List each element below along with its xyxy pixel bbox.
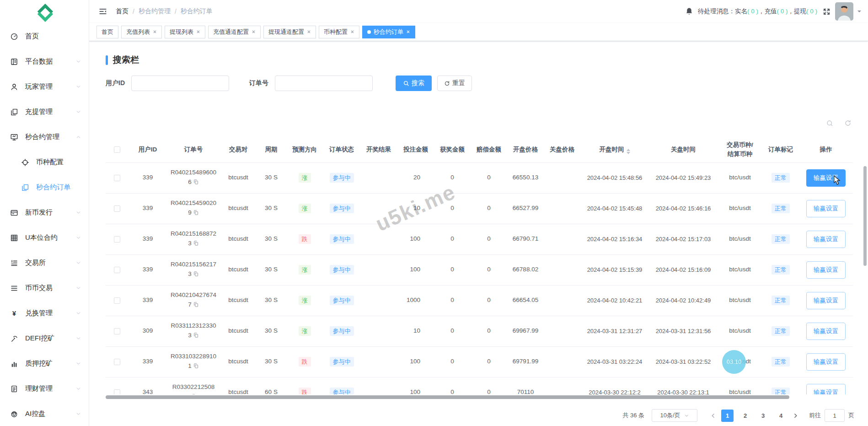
cell-result	[360, 254, 397, 285]
tab-close-icon[interactable]	[406, 30, 410, 34]
sidebar-item-coin-config[interactable]: 币种配置	[0, 150, 89, 175]
copy-icon[interactable]	[193, 209, 199, 218]
page-3[interactable]: 3	[757, 410, 769, 422]
cell-close-price	[544, 346, 580, 377]
sidebar-item-new-coin[interactable]: 新币发行	[0, 200, 89, 225]
cell-coin: btc/usdt	[718, 162, 762, 193]
dashboard-icon	[10, 32, 19, 41]
row-checkbox[interactable]	[114, 389, 120, 394]
page-1[interactable]: 1	[721, 410, 734, 422]
tab-close-icon[interactable]	[153, 30, 157, 34]
tab-close-icon[interactable]	[307, 30, 311, 34]
win-lose-settings-button[interactable]: 输赢设置	[806, 323, 846, 340]
vertical-scrollbar-thumb[interactable]	[863, 166, 867, 266]
column-header: 关盘时间	[649, 137, 718, 162]
copy-icon[interactable]	[193, 362, 199, 372]
prev-page-button[interactable]	[707, 413, 718, 419]
row-checkbox[interactable]	[114, 205, 120, 212]
chevron-down-icon	[75, 411, 81, 417]
reset-button[interactable]: 重置	[437, 75, 472, 91]
sort-carets-icon[interactable]	[627, 149, 630, 154]
win-lose-settings-button[interactable]: 输赢设置	[806, 261, 846, 279]
sidebar-item-defi[interactable]: DEFI挖矿	[0, 326, 89, 351]
page-4[interactable]: 4	[775, 410, 787, 422]
win-lose-settings-button[interactable]: 输赢设置	[806, 200, 846, 217]
win-lose-settings-button[interactable]: 输赢设置	[806, 231, 846, 248]
sidebar-item-label: 充提管理	[25, 108, 53, 116]
topbar: 首页/秒合约管理/秒合约订单 待处理消息： 实名( 0 )，充值( 0 )，提现…	[89, 0, 868, 23]
tab-close-icon[interactable]	[196, 30, 200, 34]
tab-close-icon[interactable]	[252, 30, 256, 34]
order-no-input[interactable]	[275, 75, 373, 91]
tab-3[interactable]: 充值通道配置	[208, 26, 261, 38]
page-size-select[interactable]: 10条/页	[652, 409, 697, 422]
sidebar-item-dashboard[interactable]: 首页	[0, 24, 89, 49]
copy-icon[interactable]	[193, 240, 199, 249]
win-lose-settings-button[interactable]: 输赢设置	[806, 353, 846, 371]
tab-4[interactable]: 提现通道配置	[263, 26, 316, 38]
cell-bet-amount: 10	[397, 193, 434, 224]
cell-status: 参与中	[323, 285, 360, 316]
cell-coin: btc/usdt	[718, 254, 762, 285]
table-refresh-icon[interactable]	[844, 119, 852, 127]
table-search-toggle-icon[interactable]	[826, 119, 833, 127]
notification-bell-icon[interactable]	[685, 7, 693, 16]
row-checkbox[interactable]	[114, 236, 120, 243]
user-id-input[interactable]	[131, 75, 229, 91]
row-checkbox[interactable]	[114, 267, 120, 273]
row-checkbox[interactable]	[114, 175, 120, 181]
win-lose-settings-button[interactable]: 输赢设置	[806, 169, 846, 187]
user-avatar[interactable]	[835, 2, 853, 21]
tab-close-icon[interactable]	[350, 30, 354, 34]
deposit-withdraw-icon	[10, 108, 19, 116]
copy-icon[interactable]	[193, 332, 199, 341]
search-button[interactable]: 搜索	[396, 75, 432, 91]
cell-order-no: R0402151562173	[167, 254, 220, 285]
sidebar-item-ai[interactable]: AI控盘	[0, 401, 89, 426]
sidebar-item-order-doc[interactable]: 秒合约订单	[0, 175, 89, 200]
caret-down-icon[interactable]	[857, 9, 862, 14]
copy-icon[interactable]	[191, 393, 197, 395]
breadcrumb-item[interactable]: 首页	[116, 7, 129, 16]
fullscreen-icon[interactable]	[823, 8, 830, 16]
sidebar-item-swap[interactable]: ¥兑换管理	[0, 301, 89, 326]
sidebar-toggle[interactable]	[96, 5, 109, 18]
hamburger-icon	[98, 7, 107, 16]
goto-page-input[interactable]	[825, 409, 845, 422]
sidebar-item-seconds-contract[interactable]: 秒合约管理	[0, 124, 89, 150]
cell-win-amount: 0	[434, 316, 471, 346]
next-page-button[interactable]	[790, 413, 801, 419]
row-checkbox[interactable]	[114, 297, 120, 304]
select-all-checkbox[interactable]	[114, 146, 120, 153]
tab-2[interactable]: 提现列表	[165, 26, 205, 38]
page-2[interactable]: 2	[739, 410, 751, 422]
copy-icon[interactable]	[193, 270, 199, 280]
cell-close-time: 2024-04-02 15:17:03	[649, 224, 718, 254]
sidebar-item-exchange[interactable]: 交易所	[0, 250, 89, 275]
pending-separator: ，	[758, 8, 765, 15]
cell-mark: 正常	[762, 193, 799, 224]
column-header: 开奖结果	[360, 137, 397, 162]
sidebar-item-spot-trade[interactable]: 币币交易	[0, 275, 89, 301]
tab-5[interactable]: 币种配置	[319, 26, 359, 38]
tab-1[interactable]: 充值列表	[121, 26, 162, 38]
row-checkbox[interactable]	[114, 359, 120, 365]
copy-icon[interactable]	[193, 301, 199, 310]
tab-0[interactable]: 首页	[96, 26, 118, 38]
sidebar-item-wealth[interactable]: 理财管理	[0, 376, 89, 401]
sidebar-item-staking[interactable]: 质押挖矿	[0, 351, 89, 376]
breadcrumb-item[interactable]: 秒合约管理	[139, 7, 171, 16]
sidebar-item-deposit-withdraw[interactable]: 充提管理	[0, 99, 89, 124]
win-lose-settings-button[interactable]: 输赢设置	[806, 292, 846, 309]
sidebar-item-usdt-contract[interactable]: U本位合约	[0, 225, 89, 250]
row-checkbox[interactable]	[114, 328, 120, 334]
platform-data-icon	[10, 58, 19, 66]
sidebar-item-players[interactable]: 玩家管理	[0, 74, 89, 99]
tab-6-active[interactable]: 秒合约订单	[362, 26, 415, 38]
sidebar-item-platform-data[interactable]: 平台数据	[0, 49, 89, 74]
horizontal-scrollbar-thumb[interactable]	[106, 395, 789, 399]
win-lose-settings-button[interactable]: 输赢设置	[806, 384, 846, 395]
copy-icon[interactable]	[193, 178, 199, 188]
breadcrumb-separator: /	[133, 8, 134, 15]
main-area: 首页/秒合约管理/秒合约订单 待处理消息： 实名( 0 )，充值( 0 )，提现…	[89, 0, 868, 426]
